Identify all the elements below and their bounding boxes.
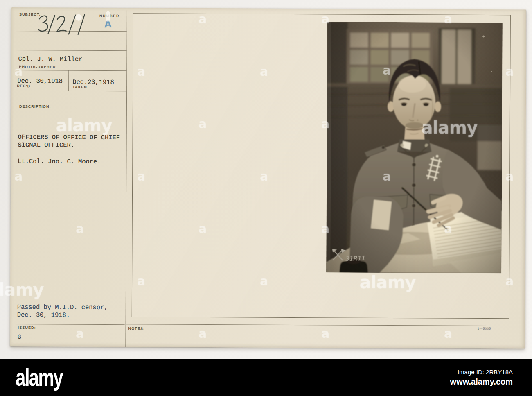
stock-photo-page: SUBJECT: NUMBER A Cpl. J. W. Miller PHOT… [0,0,532,396]
rule-blank-row [16,50,127,51]
description-label: DESCRIPTION: [19,105,51,109]
portrait-photo: 31R11 [326,22,503,273]
issued-label: ISSUED: [18,326,36,330]
photo-index-card: SUBJECT: NUMBER A Cpl. J. W. Miller PHOT… [10,7,526,348]
alamy-footer-bar: alamy Image ID: 2RBY18A www.alamy.com [0,359,532,396]
divider-main-column [125,8,127,347]
divider-dates [68,70,69,91]
image-id-text: Image ID: 2RBY18A [450,369,513,376]
photographer-name: Cpl. J. W. Miller [18,55,82,63]
alamy-url-text: www.alamy.com [450,377,513,386]
rule-above-issued [15,324,125,325]
photo-vignette [326,22,503,273]
correction-smudge [75,14,82,21]
form-corner-code: 1—5005 [478,327,491,330]
divider-subject-number [88,13,88,31]
notes-label: NOTES: [128,327,145,330]
issued-value: G [17,333,21,341]
rule-under-dates [16,91,126,91]
date-taken-label: TAKEN [72,86,87,89]
rule-above-notes [126,324,514,326]
censor-stamp-text: Passed by M.I.D. censor, Dec. 30, 1918. [17,303,108,319]
rule-under-photographer [15,70,126,71]
white-smudge [106,11,110,22]
subject-number-handwritten [36,13,85,35]
description-text: OFFICERS OF OFFICE OF CHIEF SIGNAL OFFIC… [18,134,120,149]
description-name: Lt.Col. Jno. C. Moore. [18,158,101,166]
footer-info: Image ID: 2RBY18A www.alamy.com [450,369,513,386]
date-received-label: REC'D [17,84,30,88]
photographer-label: PHOTOGRAPHER [19,65,56,69]
alamy-logo: alamy [16,353,63,396]
